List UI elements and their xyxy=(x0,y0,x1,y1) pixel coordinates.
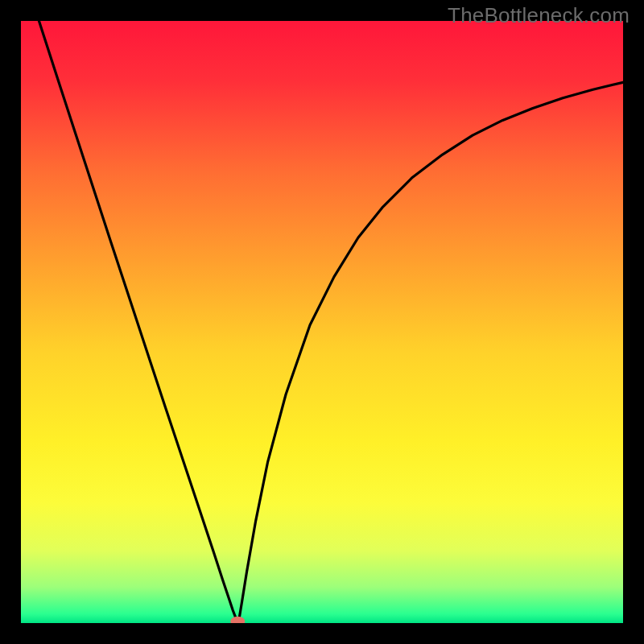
gradient-background xyxy=(21,21,623,623)
chart-svg xyxy=(21,21,623,623)
watermark-text: TheBottleneck.com xyxy=(448,3,630,28)
chart-frame: TheBottleneck.com xyxy=(0,0,644,644)
plot-area xyxy=(21,21,623,623)
